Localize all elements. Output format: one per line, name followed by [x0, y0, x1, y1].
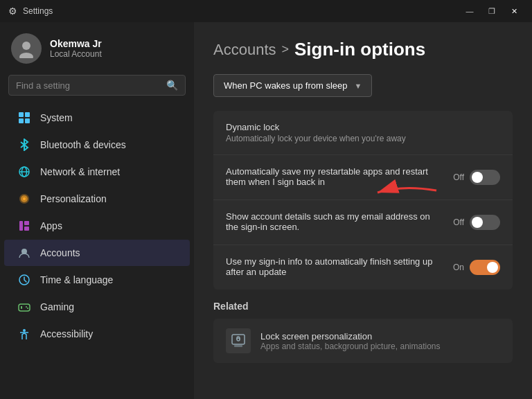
time-icon: [18, 274, 30, 286]
main-content: Accounts > Sign-in options When PC wakes…: [194, 22, 532, 399]
sidebar-item-gaming-label: Gaming: [40, 301, 74, 312]
related-item-lock-screen[interactable]: Lock screen personalization Apps and sta…: [213, 319, 513, 363]
account-details-toggle[interactable]: [470, 215, 500, 230]
profile-type: Local Account: [50, 49, 102, 59]
nav-list: System Bluetooth & devices: [0, 101, 194, 399]
svg-rect-23: [234, 345, 242, 347]
signin-info-toggle-group: On: [453, 260, 500, 275]
sidebar-item-bluetooth[interactable]: Bluetooth & devices: [4, 132, 190, 158]
svg-point-9: [23, 197, 26, 200]
sidebar-item-system[interactable]: System: [4, 105, 190, 131]
sleep-dropdown-label: When PC wakes up from sleep: [224, 80, 347, 91]
breadcrumb-parent: Accounts: [213, 41, 276, 59]
svg-rect-3: [25, 112, 30, 117]
profile-info: Okemwa Jr Local Account: [50, 38, 102, 59]
restartable-apps-title: Automatically save my restartable apps a…: [226, 166, 442, 187]
related-title: Related: [213, 301, 513, 312]
settings-section-lock: Dynamic lock Automatically lock your dev…: [213, 111, 513, 290]
related-item-text: Lock screen personalization Apps and sta…: [260, 331, 441, 351]
dynamic-lock-text: Dynamic lock Automatically lock your dev…: [226, 122, 500, 143]
svg-rect-2: [19, 112, 24, 117]
close-button[interactable]: ✕: [504, 4, 524, 18]
sidebar-item-system-label: System: [40, 112, 73, 123]
sidebar-item-apps[interactable]: Apps: [4, 213, 190, 239]
account-details-text: Show account details such as my email ad…: [226, 211, 453, 233]
sleep-dropdown[interactable]: When PC wakes up from sleep ▼: [213, 74, 372, 97]
svg-rect-15: [19, 304, 30, 311]
account-details-toggle-label: Off: [453, 218, 464, 227]
sidebar-item-personalization[interactable]: Personalization: [4, 186, 190, 212]
sidebar-item-apps-label: Apps: [40, 220, 62, 231]
account-details-title: Show account details such as my email ad…: [226, 211, 442, 232]
svg-rect-4: [19, 118, 24, 123]
avatar: [11, 33, 42, 64]
svg-point-20: [27, 308, 28, 309]
profile-name: Okemwa Jr: [50, 38, 102, 49]
signin-info-title: Use my sign-in info to automatically fin…: [226, 256, 442, 277]
search-input[interactable]: [16, 80, 161, 91]
toggle-thumb-2: [472, 217, 483, 228]
sidebar-item-accounts-label: Accounts: [40, 247, 80, 258]
sidebar-item-accessibility[interactable]: Accessibility: [4, 321, 190, 347]
minimize-button[interactable]: —: [460, 4, 479, 18]
sidebar-item-network[interactable]: Network & internet: [4, 159, 190, 185]
sidebar-item-network-label: Network & internet: [40, 166, 120, 177]
accessibility-icon: [18, 328, 30, 340]
svg-rect-10: [19, 221, 23, 231]
apps-icon: [18, 220, 30, 232]
gaming-icon: [18, 301, 30, 313]
sidebar-item-bluetooth-label: Bluetooth & devices: [40, 139, 126, 150]
maximize-button[interactable]: ❐: [482, 4, 502, 18]
svg-rect-22: [232, 335, 245, 344]
breadcrumb-separator: >: [282, 42, 290, 57]
titlebar-controls: — ❐ ✕: [460, 4, 524, 18]
app-container: Okemwa Jr Local Account 🔍 System: [0, 22, 532, 399]
profile-section: Okemwa Jr Local Account: [0, 22, 194, 72]
svg-point-19: [26, 306, 27, 308]
dynamic-lock-subtitle: Automatically lock your device when you'…: [226, 134, 489, 143]
sidebar-item-gaming[interactable]: Gaming: [4, 294, 190, 320]
account-details-row: Show account details such as my email ad…: [213, 200, 513, 245]
svg-rect-5: [25, 118, 30, 123]
svg-point-1: [19, 53, 33, 58]
signin-info-toggle[interactable]: [470, 260, 500, 275]
lock-screen-icon: [226, 328, 251, 353]
search-box[interactable]: 🔍: [8, 75, 186, 96]
related-item-subtitle: Apps and status, background picture, ani…: [260, 342, 441, 351]
bluetooth-icon: [18, 139, 30, 151]
sidebar-item-accessibility-label: Accessibility: [40, 328, 93, 339]
chevron-down-icon: ▼: [354, 82, 362, 90]
sidebar-item-accounts[interactable]: Accounts: [4, 240, 190, 266]
network-icon: [18, 166, 30, 178]
personalization-icon: [18, 193, 30, 205]
titlebar-title: Settings: [23, 6, 53, 16]
account-details-toggle-group: Off: [453, 215, 500, 230]
breadcrumb: Accounts > Sign-in options: [213, 39, 513, 60]
titlebar: ⚙ Settings — ❐ ✕: [0, 0, 532, 22]
sidebar-item-time[interactable]: Time & language: [4, 267, 190, 293]
sidebar-item-time-label: Time & language: [40, 274, 113, 285]
sidebar-item-personalization-label: Personalization: [40, 193, 107, 204]
toggle-thumb: [472, 172, 483, 183]
signin-info-text: Use my sign-in info to automatically fin…: [226, 256, 453, 278]
related-item-title: Lock screen personalization: [260, 331, 441, 342]
settings-icon: ⚙: [8, 6, 17, 17]
restartable-apps-row: Automatically save my restartable apps a…: [213, 155, 513, 200]
system-icon: [18, 112, 30, 124]
restartable-apps-toggle[interactable]: [470, 170, 500, 185]
restartable-apps-toggle-group: Off: [453, 170, 500, 185]
signin-info-row: Use my sign-in info to automatically fin…: [213, 245, 513, 290]
svg-rect-12: [24, 227, 29, 231]
sidebar: Okemwa Jr Local Account 🔍 System: [0, 22, 194, 399]
accounts-icon: [18, 247, 30, 259]
related-section: Related Lock screen personalization Apps…: [213, 301, 513, 363]
svg-point-21: [23, 329, 26, 332]
signin-info-toggle-label: On: [453, 263, 464, 272]
page-title: Sign-in options: [294, 39, 425, 60]
search-icon: 🔍: [166, 80, 178, 91]
restartable-apps-toggle-label: Off: [453, 172, 464, 182]
dynamic-lock-row: Dynamic lock Automatically lock your dev…: [213, 111, 513, 155]
dynamic-lock-title: Dynamic lock: [226, 122, 489, 132]
svg-rect-11: [24, 221, 29, 225]
restartable-apps-text: Automatically save my restartable apps a…: [226, 166, 453, 188]
